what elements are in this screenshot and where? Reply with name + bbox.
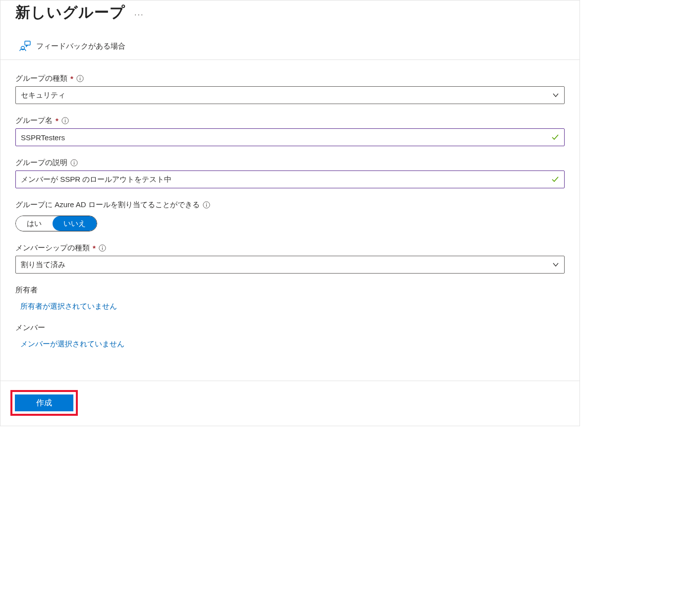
header-row: 新しいグループ ··· — [0, 0, 579, 33]
chevron-down-icon — [552, 261, 559, 268]
check-icon — [551, 133, 559, 141]
info-icon[interactable] — [61, 117, 69, 124]
svg-rect-16 — [102, 246, 103, 247]
svg-rect-9 — [74, 162, 74, 165]
info-icon[interactable] — [70, 159, 78, 167]
membership-type-label: メンバーシップの種類 — [15, 243, 90, 253]
members-link[interactable]: メンバーが選択されていません — [20, 339, 124, 349]
svg-rect-10 — [74, 161, 74, 162]
membership-type-value: 割り当て済み — [21, 260, 65, 270]
svg-rect-1 — [25, 41, 30, 45]
group-name-value: SSPRTesters — [21, 133, 65, 142]
field-label-row: グループに Azure AD ロールを割り当てることができる — [15, 200, 565, 210]
field-group-description: グループの説明 メンバーが SSPR のロールアウトをテスト中 — [15, 158, 565, 188]
group-type-select[interactable]: セキュリティ — [15, 86, 565, 104]
members-heading: メンバー — [15, 323, 565, 333]
group-type-label: グループの種類 — [15, 74, 67, 83]
field-label-row: グループの種類 * — [15, 74, 565, 83]
field-label-row: グループの説明 — [15, 158, 565, 168]
group-name-label: グループ名 — [15, 116, 53, 125]
svg-rect-7 — [65, 119, 65, 119]
toggle-option-no[interactable]: いいえ — [53, 216, 97, 231]
group-name-input[interactable]: SSPRTesters — [15, 128, 565, 146]
field-members: メンバー メンバーが選択されていません — [15, 323, 565, 349]
footer-bar: 作成 — [0, 381, 579, 426]
field-label-row: グループ名 * — [15, 116, 565, 125]
required-indicator: * — [93, 244, 96, 252]
owners-link[interactable]: 所有者が選択されていません — [20, 302, 117, 311]
svg-rect-15 — [102, 247, 103, 250]
group-description-value: メンバーが SSPR のロールアウトをテスト中 — [21, 175, 172, 184]
info-icon[interactable] — [99, 244, 106, 252]
azure-ad-role-label: グループに Azure AD ロールを割り当てることができる — [15, 200, 200, 210]
toggle-option-yes[interactable]: はい — [16, 216, 53, 231]
page-title: 新しいグループ — [15, 2, 125, 23]
feedback-link[interactable]: フィードバックがある場合 — [0, 33, 579, 60]
field-membership-type: メンバーシップの種類 * 割り当て済み — [15, 243, 565, 274]
group-description-label: グループの説明 — [15, 158, 67, 168]
info-icon[interactable] — [203, 201, 210, 209]
svg-rect-12 — [206, 204, 207, 207]
required-indicator: * — [70, 74, 73, 83]
field-group-name: グループ名 * SSPRTesters — [15, 116, 565, 146]
owners-heading: 所有者 — [15, 285, 565, 295]
info-icon[interactable] — [76, 75, 84, 82]
feedback-label: フィードバックがある場合 — [36, 42, 125, 51]
group-type-value: セキュリティ — [21, 91, 65, 100]
field-group-type: グループの種類 * セキュリティ — [15, 74, 565, 104]
azure-ad-role-toggle[interactable]: はい いいえ — [15, 216, 97, 231]
required-indicator: * — [56, 116, 58, 125]
svg-rect-3 — [80, 78, 80, 80]
create-button[interactable]: 作成 — [15, 394, 73, 411]
check-icon — [551, 175, 559, 183]
create-highlight: 作成 — [10, 390, 78, 416]
new-group-page: 新しいグループ ··· フィードバックがある場合 グループの種類 * — [0, 0, 580, 426]
feedback-icon — [19, 41, 31, 52]
group-description-input[interactable]: メンバーが SSPR のロールアウトをテスト中 — [15, 170, 565, 188]
form-area: グループの種類 * セキュリティ グループ名 * — [0, 60, 579, 381]
field-label-row: メンバーシップの種類 * — [15, 243, 565, 253]
field-owners: 所有者 所有者が選択されていません — [15, 285, 565, 311]
chevron-down-icon — [552, 92, 559, 99]
more-actions-icon[interactable]: ··· — [134, 6, 144, 19]
field-azure-ad-role: グループに Azure AD ロールを割り当てることができる はい いいえ — [15, 200, 565, 231]
svg-rect-4 — [80, 77, 80, 77]
svg-rect-13 — [206, 203, 207, 204]
svg-rect-6 — [65, 120, 65, 122]
membership-type-select[interactable]: 割り当て済み — [15, 256, 565, 274]
